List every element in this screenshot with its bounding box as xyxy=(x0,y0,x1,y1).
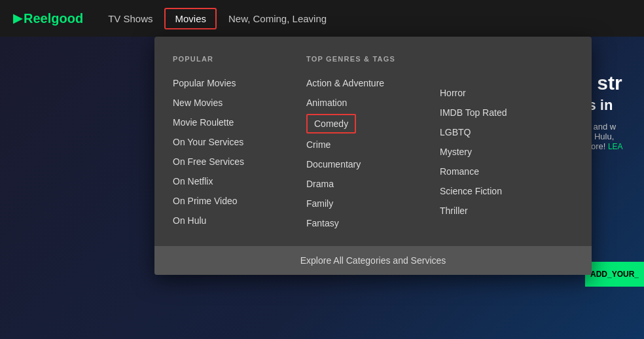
menu-item-documentary[interactable]: Documentary xyxy=(306,154,440,174)
menu-item-on-netflix[interactable]: On Netflix xyxy=(173,171,306,191)
logo-icon: ▶ xyxy=(13,11,22,26)
dropdown-columns: POPULAR Popular Movies New Movies Movie … xyxy=(173,55,573,233)
menu-item-animation[interactable]: Animation xyxy=(306,93,440,113)
menu-item-movie-roulette[interactable]: Movie Roulette xyxy=(173,113,306,132)
menu-item-crime[interactable]: Crime xyxy=(306,135,440,154)
menu-item-on-prime[interactable]: On Prime Video xyxy=(173,191,306,211)
add-button[interactable]: ADD_YOUR_ xyxy=(585,262,644,287)
movies-dropdown: POPULAR Popular Movies New Movies Movie … xyxy=(154,37,592,275)
menu-item-sci-fi[interactable]: Science Fiction xyxy=(440,181,573,201)
nav-item-tvshows[interactable]: TV Shows xyxy=(99,8,162,29)
popular-header: POPULAR xyxy=(173,55,306,63)
explore-bar[interactable]: Explore All Categories and Services xyxy=(154,246,592,275)
nav-item-movies[interactable]: Movies xyxy=(164,8,217,29)
menu-item-comedy[interactable]: Comedy xyxy=(306,114,356,134)
menu-item-imdb[interactable]: IMDB Top Rated xyxy=(440,103,573,122)
nav-item-new[interactable]: New, Coming, Leaving xyxy=(219,8,336,29)
menu-item-popular-movies[interactable]: Popular Movies xyxy=(173,73,306,93)
menu-item-lgbtq[interactable]: LGBTQ xyxy=(440,122,573,142)
logo[interactable]: ▶ Reelgood xyxy=(13,11,83,26)
genres-header-spacer xyxy=(440,55,573,73)
menu-item-on-free-services[interactable]: On Free Services xyxy=(173,152,306,171)
menu-item-on-your-services[interactable]: On Your Services xyxy=(173,132,306,152)
menu-item-fantasy[interactable]: Fantasy xyxy=(306,213,440,233)
menu-item-drama[interactable]: Drama xyxy=(306,174,440,194)
genres-header: TOP GENRES & TAGS xyxy=(306,55,440,63)
menu-item-new-movies[interactable]: New Movies xyxy=(173,93,306,113)
genres-column-2: Horror IMDB Top Rated LGBTQ Mystery Roma… xyxy=(440,55,573,233)
menu-item-thriller[interactable]: Thriller xyxy=(440,201,573,221)
logo-text: Reelgood xyxy=(24,11,83,26)
genres-column-1: TOP GENRES & TAGS Action & Adventure Ani… xyxy=(306,55,440,233)
menu-item-horror[interactable]: Horror xyxy=(440,83,573,103)
menu-item-action[interactable]: Action & Adventure xyxy=(306,73,440,93)
nav-items: TV Shows Movies New, Coming, Leaving xyxy=(99,8,336,29)
menu-item-mystery[interactable]: Mystery xyxy=(440,142,573,162)
menu-item-family[interactable]: Family xyxy=(306,194,440,213)
menu-item-on-hulu[interactable]: On Hulu xyxy=(173,211,306,230)
menu-item-romance[interactable]: Romance xyxy=(440,162,573,181)
popular-column: POPULAR Popular Movies New Movies Movie … xyxy=(173,55,306,233)
navbar: ▶ Reelgood TV Shows Movies New, Coming, … xyxy=(0,0,644,37)
